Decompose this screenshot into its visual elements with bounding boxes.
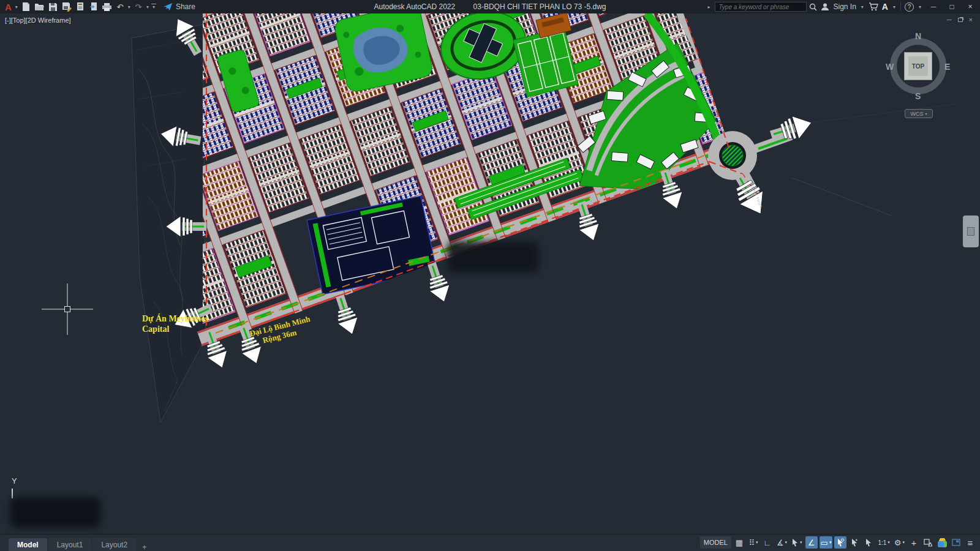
undo-caret-icon[interactable]: ▾ [127,4,132,10]
workspace-caret-icon: ▾ [902,540,905,545]
viewcube-top-label: TOP [912,63,924,70]
dwg-restore-button[interactable] [958,18,963,22]
user-icon[interactable] [821,2,829,11]
navigation-bar[interactable] [963,216,979,247]
ucs-y-axis-line [12,489,13,498]
bottom-bar: Model Layout1 Layout2 + MODEL ▦ ⠿▾ ∟ ∡▾ … [0,534,980,551]
school-block [307,196,437,294]
customization-menu-button[interactable]: ≡ [964,536,976,549]
app-menu-caret-icon[interactable]: ▾ [14,4,19,10]
graphics-performance-button[interactable] [936,536,948,549]
quick-access-toolbar: A ▾ ↶ ▾ ↷ ▾ ▾ Share [0,1,195,12]
save-icon[interactable] [47,1,59,12]
new-layout-button[interactable]: + [137,542,152,551]
annotation-visibility-toggle[interactable] [834,536,846,549]
viewcube-north[interactable]: N [915,31,921,41]
qat-customize-caret-icon[interactable]: ▾ [151,4,156,10]
drawing-window-controls: ─ × [947,16,973,23]
new-file-icon[interactable] [20,1,32,12]
titlebar-divider [900,2,901,11]
workspace-switching[interactable]: ⚙▾ [893,536,906,549]
polar-tracking-toggle[interactable]: ∡▾ [775,536,788,549]
share-plane-icon [164,3,173,11]
maximize-button[interactable]: □ [944,2,959,11]
import-icon[interactable] [88,1,100,12]
cart-icon[interactable] [869,2,878,11]
document-title: 03-BDQH CHI TIET PHAN LO 73 -5.dwg [473,2,606,11]
dwg-minimize-button[interactable]: ─ [947,16,952,23]
navbar-icon [967,227,974,236]
clean-screen-button[interactable] [950,536,962,549]
viewcube-west[interactable]: W [886,62,894,72]
wcs-label: WCS [910,111,923,117]
redo-icon[interactable]: ↷ [133,2,144,12]
dwg-close-button[interactable]: × [969,16,973,23]
annotation-monitor-toggle[interactable]: + [908,536,920,549]
crosshair-cursor [42,283,93,335]
object-snap-tracking-toggle[interactable]: ∠ [805,536,818,549]
snap-mode-toggle[interactable]: ⠿▾ [747,536,760,549]
wcs-selector[interactable]: WCS ▾ [905,109,933,118]
object-snap-toggle[interactable]: ▭▾ [820,536,833,549]
sign-in-button[interactable]: Sign In [833,2,856,11]
drawing-area[interactable]: [-][Top][2D Wireframe] ─ × N W E S TOP W… [0,13,980,534]
save-as-icon[interactable] [61,1,73,12]
print-icon[interactable] [101,1,113,12]
viewcube-south[interactable]: S [915,91,921,101]
help-icon[interactable]: ? [905,2,914,12]
model-space-toggle[interactable]: MODEL [700,536,731,549]
snap-caret-icon: ▾ [756,540,758,545]
viewport-controls[interactable]: [-][Top][2D Wireframe] [5,17,71,24]
app-store-caret-icon[interactable]: ▾ [892,4,897,10]
open-file-icon[interactable] [34,1,46,12]
city-block [74,13,133,42]
search-input[interactable] [715,2,807,12]
viewcube-top-face[interactable]: TOP [904,52,932,80]
redacted-area-center [447,241,539,273]
wcs-caret-icon: ▾ [925,111,927,116]
ucs-y-axis-label: Y [12,476,17,485]
city-block [124,13,184,23]
project-label: Dự Án Meyhomes Capital [142,314,208,335]
share-label: Share [176,2,195,11]
search-icon[interactable] [809,3,817,11]
plot-icon[interactable] [74,1,86,12]
polar-caret-icon: ▾ [785,540,788,545]
redacted-area-bottom-left [10,497,100,528]
tab-model[interactable]: Model [9,538,47,551]
osnap-caret-icon: ▾ [829,540,832,545]
autodesk-app-icon[interactable]: A [882,2,888,12]
minimize-button[interactable]: ─ [926,2,941,11]
ortho-mode-toggle[interactable]: ∟ [761,536,774,549]
autocad-logo-icon[interactable]: A [4,2,13,12]
grid-display-toggle[interactable]: ▦ [733,536,745,549]
layout-tabs: Model Layout1 Layout2 + [0,534,152,551]
title-bar: A ▾ ↶ ▾ ↷ ▾ ▾ Share Autodesk AutoCAD 202… [0,0,980,13]
tab-layout2[interactable]: Layout2 [92,538,136,551]
isolate-objects-button[interactable] [922,536,934,549]
isodraft-toggle[interactable]: ▾ [790,536,804,549]
search-expand-icon[interactable]: ▸ [706,4,711,10]
undo-icon[interactable]: ↶ [115,2,126,12]
annotation-scale-selector[interactable]: 1:1▾ [876,536,891,549]
graphics-performance-icon [938,538,947,547]
redo-caret-icon[interactable]: ▾ [145,4,150,10]
share-button[interactable]: Share [164,2,195,11]
autoscale-toggle[interactable] [848,536,861,549]
annotation-scale-sync[interactable] [862,536,875,549]
drawing-canvas[interactable] [0,13,980,534]
help-caret-icon[interactable]: ▾ [918,4,922,10]
app-title: Autodesk AutoCAD 2022 [374,2,455,11]
viewcube[interactable]: N W E S TOP [884,32,952,100]
sign-in-caret-icon[interactable]: ▾ [860,4,865,10]
close-button[interactable]: × [963,2,978,11]
scale-caret-icon: ▾ [888,540,890,545]
viewcube-east[interactable]: E [944,62,950,72]
tab-layout1[interactable]: Layout1 [48,538,92,551]
isodraft-caret-icon: ▾ [800,540,802,545]
status-bar: MODEL ▦ ⠿▾ ∟ ∡▾ ▾ ∠ ▭▾ 1:1▾ ⚙▾ + ≡ [700,534,976,551]
